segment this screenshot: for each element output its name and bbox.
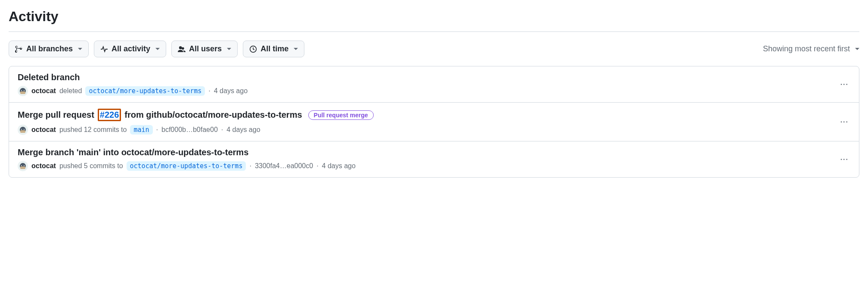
separator-dot: ·: [221, 126, 223, 134]
time-filter-label: All time: [260, 44, 288, 53]
username-link[interactable]: octocat: [31, 87, 56, 95]
filter-bar: All branches All activity All users All …: [9, 41, 859, 57]
action-text: deleted: [59, 87, 82, 95]
branch-pill[interactable]: main: [130, 125, 152, 135]
activity-row-meta: octocat deleted octocat/more-updates-to-…: [18, 86, 850, 96]
commit-hash[interactable]: 3300fa4…ea000c0: [255, 162, 313, 170]
pulse-icon: [100, 45, 108, 53]
separator-dot: ·: [208, 87, 210, 95]
activity-row-meta: octocat pushed 12 commits to main · bcf0…: [18, 125, 850, 135]
activity-filter-label: All activity: [112, 44, 150, 53]
caret-down-icon: [227, 48, 231, 50]
caret-down-icon: [294, 48, 298, 50]
caret-down-icon: [155, 48, 160, 50]
timestamp: 4 days ago: [214, 87, 248, 95]
caret-down-icon: [855, 48, 859, 50]
timestamp: 4 days ago: [322, 162, 356, 170]
title-text: Deleted branch: [18, 72, 80, 82]
title-text: Merge branch 'main' into octocat/more-up…: [18, 147, 248, 157]
people-icon: [178, 45, 186, 53]
kebab-icon[interactable]: ···: [839, 116, 850, 128]
kebab-icon[interactable]: ···: [839, 79, 850, 90]
caret-down-icon: [78, 48, 82, 50]
timestamp: 4 days ago: [226, 126, 260, 134]
commit-hash[interactable]: bcf000b…b0fae00: [161, 126, 218, 134]
time-filter-button[interactable]: All time: [243, 41, 304, 57]
avatar[interactable]: [18, 86, 28, 96]
username-link[interactable]: octocat: [31, 162, 56, 170]
page-title: Activity: [9, 9, 859, 32]
separator-dot: ·: [249, 162, 251, 170]
action-text: pushed 12 commits to: [59, 126, 127, 134]
pr-number-link[interactable]: #226: [98, 109, 121, 121]
activity-type-badge: Pull request merge: [308, 110, 374, 120]
sort-order-label: Showing most recent first: [763, 44, 850, 53]
branch-pill[interactable]: octocat/more-updates-to-terms: [127, 161, 246, 171]
activity-filter-button[interactable]: All activity: [94, 41, 166, 57]
activity-row: Merge pull request #226 from github/octo…: [9, 103, 859, 141]
action-text: pushed 5 commits to: [59, 162, 123, 170]
title-suffix: from github/octocat/more-updates-to-term…: [124, 110, 302, 120]
activity-row-title: Deleted branch: [18, 72, 850, 82]
activity-row-title: Merge pull request #226 from github/octo…: [18, 109, 850, 121]
branches-filter-label: All branches: [26, 44, 73, 53]
kebab-icon[interactable]: ···: [839, 154, 850, 165]
clock-icon: [249, 45, 257, 53]
username-link[interactable]: octocat: [31, 126, 56, 134]
branch-pill[interactable]: octocat/more-updates-to-terms: [85, 86, 205, 96]
branches-filter-button[interactable]: All branches: [9, 41, 89, 57]
activity-row-title: Merge branch 'main' into octocat/more-up…: [18, 147, 850, 157]
activity-list: Deleted branch octocat deleted octocat/m…: [9, 66, 859, 178]
separator-dot: ·: [156, 126, 158, 134]
activity-row-meta: octocat pushed 5 commits to octocat/more…: [18, 161, 850, 171]
activity-row: Merge branch 'main' into octocat/more-up…: [9, 141, 859, 177]
users-filter-label: All users: [189, 44, 222, 53]
separator-dot: ·: [316, 162, 318, 170]
avatar[interactable]: [18, 125, 28, 135]
avatar[interactable]: [18, 161, 28, 171]
activity-row: Deleted branch octocat deleted octocat/m…: [9, 66, 859, 103]
git-branch-icon: [15, 45, 23, 53]
title-prefix: Merge pull request: [18, 110, 94, 120]
users-filter-button[interactable]: All users: [171, 41, 238, 57]
sort-order-button[interactable]: Showing most recent first: [763, 44, 859, 53]
